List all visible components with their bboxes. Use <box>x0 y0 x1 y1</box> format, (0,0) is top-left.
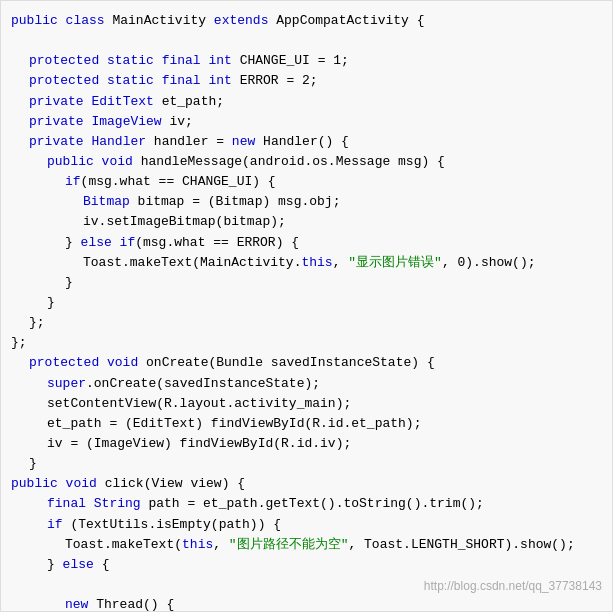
table-row <box>11 31 602 51</box>
table-row: if (TextUtils.isEmpty(path)) { <box>11 515 602 535</box>
table-row: public void handleMessage(android.os.Mes… <box>11 152 602 172</box>
table-row: setContentView(R.layout.activity_main); <box>11 394 602 414</box>
table-row: new Thread() { <box>11 595 602 612</box>
table-row: protected static final int CHANGE_UI = 1… <box>11 51 602 71</box>
table-row: private EditText et_path; <box>11 92 602 112</box>
table-row: public void click(View view) { <box>11 474 602 494</box>
table-row: iv.setImageBitmap(bitmap); <box>11 212 602 232</box>
table-row: iv = (ImageView) findViewById(R.id.iv); <box>11 434 602 454</box>
table-row: protected void onCreate(Bundle savedInst… <box>11 353 602 373</box>
table-row: public class MainActivity extends AppCom… <box>11 11 602 31</box>
table-row: super.onCreate(savedInstanceState); <box>11 374 602 394</box>
table-row: } <box>11 293 602 313</box>
table-row: Bitmap bitmap = (Bitmap) msg.obj; <box>11 192 602 212</box>
table-row: final String path = et_path.getText().to… <box>11 494 602 514</box>
code-block: public class MainActivity extends AppCom… <box>11 11 602 612</box>
table-row: } else if(msg.what == ERROR) { <box>11 233 602 253</box>
table-row: } <box>11 273 602 293</box>
table-row: Toast.makeText(MainActivity.this, "显示图片错… <box>11 253 602 273</box>
table-row: if(msg.what == CHANGE_UI) { <box>11 172 602 192</box>
watermark: http://blog.csdn.net/qq_37738143 <box>424 579 602 593</box>
table-row: private ImageView iv; <box>11 112 602 132</box>
table-row: et_path = (EditText) findViewById(R.id.e… <box>11 414 602 434</box>
table-row: } else { <box>11 555 602 575</box>
code-container: public class MainActivity extends AppCom… <box>0 0 613 612</box>
table-row: }; <box>11 313 602 333</box>
table-row: protected static final int ERROR = 2; <box>11 71 602 91</box>
table-row: private Handler handler = new Handler() … <box>11 132 602 152</box>
table-row: Toast.makeText(this, "图片路径不能为空", Toast.L… <box>11 535 602 555</box>
table-row: } <box>11 454 602 474</box>
table-row: }; <box>11 333 602 353</box>
